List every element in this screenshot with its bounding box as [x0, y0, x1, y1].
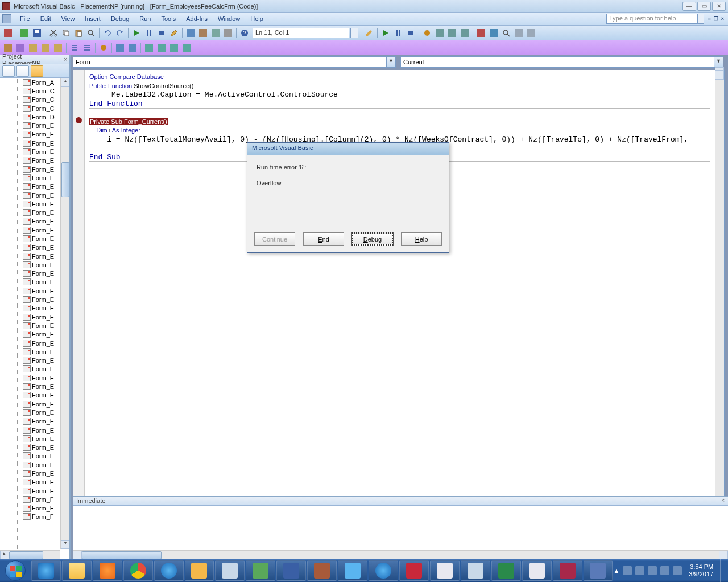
taskbar-excel[interactable] [491, 560, 521, 581]
immediate-icon[interactable] [488, 27, 499, 39]
end-button[interactable]: End [303, 232, 344, 246]
tree-item[interactable]: Form_E [0, 147, 61, 156]
tree-item[interactable]: Form_E [0, 156, 61, 165]
tree-item[interactable]: Form_E [0, 400, 61, 408]
paste-icon[interactable] [73, 27, 84, 39]
tree-item[interactable]: Form_E [0, 278, 61, 286]
call-stack-icon[interactable] [526, 27, 537, 39]
menu-run[interactable]: Run [134, 13, 156, 24]
tree-item[interactable]: Form_D [0, 113, 61, 121]
tree-item[interactable]: Form_C [0, 104, 61, 113]
quick-watch-icon[interactable] [513, 27, 524, 39]
reset2-icon[interactable] [405, 27, 416, 39]
tree-item[interactable]: Form_E [0, 130, 61, 139]
tray-expand-icon[interactable]: ▲ [613, 567, 619, 574]
tray-clock[interactable]: 3:54 PM 3/9/2017 [685, 563, 717, 578]
tree-hscroll-thumb[interactable] [9, 551, 43, 559]
taskbar-adobe[interactable] [399, 560, 429, 581]
tree-item[interactable]: Form_E [0, 208, 61, 217]
taskbar-app3[interactable] [307, 560, 337, 581]
taskbar-help[interactable] [369, 560, 398, 581]
scroll-up-icon[interactable] [715, 70, 724, 80]
tree-vscroll[interactable]: ▲ ▼ [60, 78, 69, 549]
tree-item[interactable]: Form_F [0, 495, 61, 504]
menu-edit[interactable]: Edit [35, 13, 56, 24]
outdent-icon[interactable] [81, 42, 93, 53]
complete-word-icon[interactable] [52, 42, 64, 53]
view-object-icon[interactable] [16, 65, 29, 77]
scroll-down-icon[interactable]: ▼ [61, 540, 69, 549]
cut-icon[interactable] [48, 27, 59, 39]
tree-item[interactable]: Form_E [0, 487, 61, 495]
taskbar-word[interactable] [276, 560, 306, 581]
tree-item[interactable]: Form_E [0, 269, 61, 278]
taskbar-media[interactable] [93, 560, 122, 581]
tree-item[interactable]: Form_E [0, 121, 61, 130]
menu-help[interactable]: Help [245, 13, 268, 24]
menu-addins[interactable]: Add-Ins [181, 13, 213, 24]
immediate-window[interactable]: Immediate × [73, 496, 728, 559]
taskbar-outlook[interactable] [185, 560, 214, 581]
breakpoint-marker-icon[interactable] [76, 117, 82, 123]
tree-item[interactable]: Form_E [0, 234, 61, 243]
help-search-dropdown[interactable] [697, 14, 704, 24]
step-into-icon[interactable] [434, 27, 445, 39]
tree-item[interactable]: Form_A [0, 78, 61, 86]
code-vscroll[interactable] [715, 70, 724, 546]
menu-debug[interactable]: Debug [106, 13, 134, 24]
tree-item[interactable]: Form_E [0, 478, 61, 487]
break2-icon[interactable] [392, 27, 404, 39]
maximize-button[interactable]: ▭ [697, 2, 711, 11]
taskbar-app7[interactable] [584, 560, 613, 581]
help-button[interactable]: Help [401, 232, 442, 246]
tree-item[interactable]: Form_F [0, 504, 61, 513]
debug-button[interactable]: Debug [352, 232, 393, 246]
tree-item[interactable]: Form_E [0, 260, 61, 269]
tree-item[interactable]: Form_E [0, 443, 61, 451]
tree-item[interactable]: Form_E [0, 452, 61, 460]
design-mode-icon[interactable] [168, 27, 180, 39]
run2-icon[interactable] [380, 27, 391, 39]
start-button[interactable] [0, 559, 31, 582]
tree-item[interactable]: Form_E [0, 313, 61, 321]
uncomment-block-icon[interactable] [127, 42, 138, 53]
bookmark-prev-icon[interactable] [168, 42, 180, 53]
list-constants-icon[interactable] [15, 42, 26, 53]
menu-window[interactable]: Window [213, 13, 245, 24]
code-gutter[interactable] [73, 70, 85, 546]
parameter-info-icon[interactable] [40, 42, 51, 53]
breakpoint-toggle-icon[interactable] [98, 42, 109, 53]
reset-icon[interactable] [156, 27, 167, 39]
taskbar-calc[interactable] [215, 560, 245, 581]
menu-view[interactable]: View [56, 13, 80, 24]
taskbar-chrome[interactable] [123, 560, 153, 581]
menu-tools[interactable]: Tools [156, 13, 181, 24]
tray-icon[interactable] [673, 566, 682, 575]
tree-item[interactable]: Form_E [0, 373, 61, 382]
undo-icon[interactable] [102, 27, 113, 39]
tree-item[interactable]: Form_E [0, 408, 61, 417]
project-tree[interactable]: Form_AForm_CForm_CForm_CForm_DForm_EForm… [0, 78, 69, 559]
tree-item[interactable]: Form_F [0, 513, 61, 521]
dropdown-arrow-icon[interactable]: ▼ [714, 57, 723, 67]
quick-info-icon[interactable] [27, 42, 39, 53]
project-explorer-icon[interactable] [185, 27, 196, 39]
tree-item[interactable]: Form_E [0, 339, 61, 347]
tree-item[interactable]: Form_E [0, 199, 61, 208]
tree-item[interactable]: Form_E [0, 182, 61, 191]
scroll-right-icon[interactable] [719, 551, 728, 560]
tree-item[interactable]: Form_E [0, 391, 61, 400]
tree-item[interactable]: Form_E [0, 226, 61, 234]
break-icon[interactable] [143, 27, 155, 39]
taskbar-app6[interactable] [522, 560, 552, 581]
bookmark-clear-icon[interactable] [181, 42, 192, 53]
tree-item[interactable]: Form_E [0, 434, 61, 443]
tree-hscroll[interactable]: ◄ ► [0, 550, 60, 559]
view-access-icon[interactable] [2, 27, 14, 39]
toggle-folders-icon[interactable] [31, 65, 43, 77]
tree-item[interactable]: Form_E [0, 173, 61, 182]
tree-item[interactable]: Form_E [0, 469, 61, 477]
tree-item[interactable]: Form_E [0, 330, 61, 339]
taskbar-ie[interactable] [31, 560, 61, 581]
bookmark-toggle-icon[interactable] [143, 42, 155, 53]
